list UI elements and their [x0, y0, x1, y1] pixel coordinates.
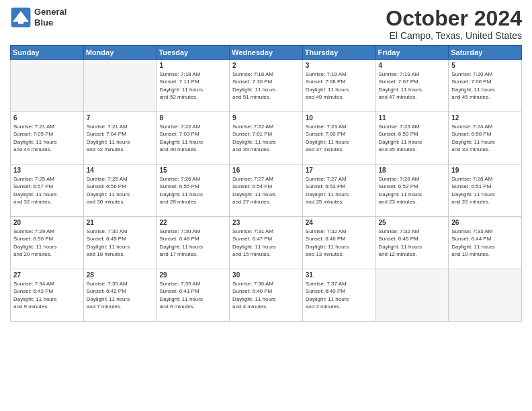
day-number: 25 [379, 219, 446, 226]
calendar-day: 28Sunrise: 7:35 AM Sunset: 6:42 PM Dayli… [83, 269, 157, 322]
calendar-day: 22Sunrise: 7:30 AM Sunset: 6:48 PM Dayli… [157, 217, 230, 269]
day-number: 5 [451, 62, 519, 69]
day-info: Sunrise: 7:24 AM Sunset: 6:58 PM Dayligh… [451, 123, 519, 153]
day-info: Sunrise: 7:32 AM Sunset: 6:45 PM Dayligh… [379, 228, 446, 258]
day-number: 21 [87, 219, 154, 226]
day-number: 10 [306, 114, 373, 122]
day-info: Sunrise: 7:18 AM Sunset: 7:11 PM Dayligh… [159, 71, 226, 101]
day-number: 11 [379, 114, 446, 122]
day-number: 20 [13, 219, 81, 226]
calendar-day [375, 269, 449, 322]
day-info: Sunrise: 7:21 AM Sunset: 7:04 PM Dayligh… [87, 123, 154, 153]
day-info: Sunrise: 7:31 AM Sunset: 6:47 PM Dayligh… [232, 228, 300, 258]
logo-icon [10, 7, 32, 28]
col-header-thursday: Thursday [302, 46, 375, 60]
calendar-day: 3Sunrise: 7:19 AM Sunset: 7:08 PM Daylig… [302, 60, 375, 112]
calendar-day: 30Sunrise: 7:36 AM Sunset: 6:40 PM Dayli… [230, 269, 303, 322]
calendar-day: 1Sunrise: 7:18 AM Sunset: 7:11 PM Daylig… [157, 60, 230, 112]
day-number: 18 [379, 167, 446, 174]
day-number: 8 [159, 114, 226, 122]
day-number: 19 [451, 167, 519, 174]
day-info: Sunrise: 7:37 AM Sunset: 6:40 PM Dayligh… [306, 280, 373, 310]
day-info: Sunrise: 7:36 AM Sunset: 6:40 PM Dayligh… [232, 280, 300, 310]
day-info: Sunrise: 7:35 AM Sunset: 6:41 PM Dayligh… [159, 280, 226, 310]
day-number: 29 [159, 271, 226, 279]
day-info: Sunrise: 7:25 AM Sunset: 6:56 PM Dayligh… [87, 175, 154, 205]
calendar-header: SundayMondayTuesdayWednesdayThursdayFrid… [11, 46, 522, 60]
calendar-week-row: 6Sunrise: 7:21 AM Sunset: 7:05 PM Daylig… [11, 112, 522, 165]
col-header-tuesday: Tuesday [157, 46, 230, 60]
calendar-day: 31Sunrise: 7:37 AM Sunset: 6:40 PM Dayli… [302, 269, 375, 322]
day-number: 17 [306, 167, 373, 174]
day-number: 16 [232, 167, 300, 174]
calendar-day: 12Sunrise: 7:24 AM Sunset: 6:58 PM Dayli… [449, 112, 522, 165]
calendar-day: 15Sunrise: 7:26 AM Sunset: 6:55 PM Dayli… [157, 165, 230, 217]
calendar-week-row: 13Sunrise: 7:25 AM Sunset: 6:57 PM Dayli… [11, 165, 522, 217]
calendar-day: 8Sunrise: 7:22 AM Sunset: 7:03 PM Daylig… [157, 112, 230, 165]
day-info: Sunrise: 7:22 AM Sunset: 7:03 PM Dayligh… [159, 123, 226, 153]
calendar-week-row: 1Sunrise: 7:18 AM Sunset: 7:11 PM Daylig… [11, 60, 522, 112]
day-number: 14 [87, 167, 154, 174]
calendar-day: 16Sunrise: 7:27 AM Sunset: 6:54 PM Dayli… [230, 165, 303, 217]
logo-line2: Blue [34, 17, 66, 28]
day-number: 31 [306, 271, 373, 279]
page-container: General Blue October 2024 El Campo, Texa… [0, 0, 532, 328]
day-number: 15 [159, 167, 226, 174]
calendar-day: 18Sunrise: 7:28 AM Sunset: 6:52 PM Dayli… [375, 165, 449, 217]
day-info: Sunrise: 7:28 AM Sunset: 6:52 PM Dayligh… [379, 175, 446, 205]
day-info: Sunrise: 7:28 AM Sunset: 6:51 PM Dayligh… [451, 175, 519, 205]
col-header-sunday: Sunday [11, 46, 84, 60]
day-info: Sunrise: 7:34 AM Sunset: 6:43 PM Dayligh… [13, 280, 81, 310]
calendar-day [11, 60, 84, 112]
calendar-body: 1Sunrise: 7:18 AM Sunset: 7:11 PM Daylig… [11, 60, 522, 322]
logo: General Blue [10, 7, 66, 28]
calendar-day: 14Sunrise: 7:25 AM Sunset: 6:56 PM Dayli… [83, 165, 157, 217]
day-number: 2 [232, 62, 300, 69]
calendar-table: SundayMondayTuesdayWednesdayThursdayFrid… [10, 45, 522, 322]
day-number: 12 [451, 114, 519, 122]
day-number: 13 [13, 167, 81, 174]
day-number: 6 [13, 114, 81, 122]
calendar-day [449, 269, 522, 322]
calendar-day: 10Sunrise: 7:23 AM Sunset: 7:00 PM Dayli… [302, 112, 375, 165]
day-number: 1 [159, 62, 226, 69]
day-number: 26 [451, 219, 519, 226]
calendar-day: 11Sunrise: 7:23 AM Sunset: 6:59 PM Dayli… [375, 112, 449, 165]
header-row: General Blue October 2024 El Campo, Texa… [10, 7, 522, 41]
calendar-day: 13Sunrise: 7:25 AM Sunset: 6:57 PM Dayli… [11, 165, 84, 217]
calendar-day: 27Sunrise: 7:34 AM Sunset: 6:43 PM Dayli… [11, 269, 84, 322]
day-info: Sunrise: 7:30 AM Sunset: 6:49 PM Dayligh… [87, 228, 154, 258]
col-header-saturday: Saturday [449, 46, 522, 60]
day-info: Sunrise: 7:26 AM Sunset: 6:55 PM Dayligh… [159, 175, 226, 205]
calendar-day: 24Sunrise: 7:32 AM Sunset: 6:46 PM Dayli… [302, 217, 375, 269]
calendar-day: 26Sunrise: 7:33 AM Sunset: 6:44 PM Dayli… [449, 217, 522, 269]
col-header-wednesday: Wednesday [230, 46, 303, 60]
calendar-day: 21Sunrise: 7:30 AM Sunset: 6:49 PM Dayli… [83, 217, 157, 269]
logo-text: General Blue [34, 7, 66, 28]
col-header-monday: Monday [83, 46, 157, 60]
calendar-day: 6Sunrise: 7:21 AM Sunset: 7:05 PM Daylig… [11, 112, 84, 165]
day-info: Sunrise: 7:30 AM Sunset: 6:48 PM Dayligh… [159, 228, 226, 258]
day-info: Sunrise: 7:19 AM Sunset: 7:07 PM Dayligh… [379, 71, 446, 101]
calendar-day: 17Sunrise: 7:27 AM Sunset: 6:53 PM Dayli… [302, 165, 375, 217]
calendar-day: 4Sunrise: 7:19 AM Sunset: 7:07 PM Daylig… [375, 60, 449, 112]
day-info: Sunrise: 7:32 AM Sunset: 6:46 PM Dayligh… [306, 228, 373, 258]
day-info: Sunrise: 7:25 AM Sunset: 6:57 PM Dayligh… [13, 175, 81, 205]
day-number: 23 [232, 219, 300, 226]
calendar-day: 5Sunrise: 7:20 AM Sunset: 7:06 PM Daylig… [449, 60, 522, 112]
day-number: 30 [232, 271, 300, 279]
day-info: Sunrise: 7:18 AM Sunset: 7:10 PM Dayligh… [232, 71, 300, 101]
calendar-day: 2Sunrise: 7:18 AM Sunset: 7:10 PM Daylig… [230, 60, 303, 112]
location: El Campo, Texas, United States [386, 30, 522, 41]
day-info: Sunrise: 7:20 AM Sunset: 7:06 PM Dayligh… [451, 71, 519, 101]
title-block: October 2024 El Campo, Texas, United Sta… [386, 7, 522, 41]
day-info: Sunrise: 7:22 AM Sunset: 7:01 PM Dayligh… [232, 123, 300, 153]
calendar-day: 25Sunrise: 7:32 AM Sunset: 6:45 PM Dayli… [375, 217, 449, 269]
day-number: 28 [87, 271, 154, 279]
day-info: Sunrise: 7:33 AM Sunset: 6:44 PM Dayligh… [451, 228, 519, 258]
col-header-friday: Friday [375, 46, 449, 60]
calendar-day [83, 60, 157, 112]
day-number: 22 [159, 219, 226, 226]
day-info: Sunrise: 7:21 AM Sunset: 7:05 PM Dayligh… [13, 123, 81, 153]
day-info: Sunrise: 7:23 AM Sunset: 7:00 PM Dayligh… [306, 123, 373, 153]
